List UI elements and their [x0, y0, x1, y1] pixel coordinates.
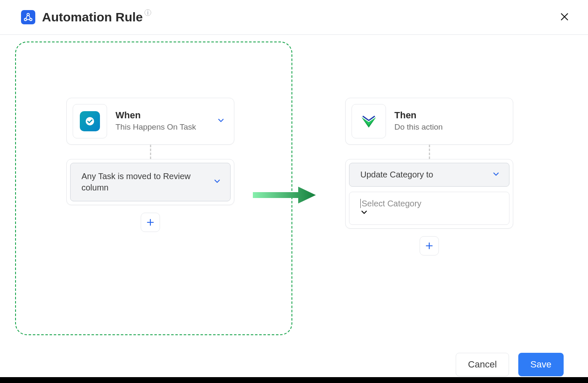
action-icon — [359, 112, 378, 131]
action-select[interactable]: Update Category to — [349, 163, 509, 187]
close-button[interactable] — [558, 9, 571, 25]
checkmark-circle-icon — [85, 116, 95, 126]
when-column: When This Happens On Task Any Task is mo… — [66, 98, 234, 232]
chevron-down-icon — [217, 117, 225, 124]
plus-icon — [425, 242, 433, 250]
then-column: Then Do this action Update Category to S… — [345, 98, 513, 255]
then-card[interactable]: Then Do this action — [345, 98, 513, 145]
category-select-chevron — [360, 208, 488, 218]
trigger-select-text: Any Task is moved to Review column — [81, 171, 199, 193]
header: Automation Rule i — [0, 0, 588, 35]
action-select-text: Update Category to — [360, 169, 433, 180]
arrow-right-icon — [253, 185, 316, 205]
when-card[interactable]: When This Happens On Task — [66, 98, 234, 145]
when-title: When — [116, 110, 207, 121]
bottom-strip — [0, 377, 588, 383]
when-icon-box — [73, 104, 107, 138]
chevron-down-icon — [492, 170, 500, 178]
info-icon[interactable]: i — [144, 9, 151, 16]
when-condition-card: Any Task is moved to Review column — [66, 159, 234, 205]
chevron-down-icon — [360, 208, 368, 216]
add-trigger-button[interactable] — [141, 213, 160, 232]
when-expand[interactable] — [215, 115, 226, 128]
category-placeholder: Select Category — [360, 199, 421, 208]
action-select-chevron — [492, 170, 500, 180]
canvas: When This Happens On Task Any Task is mo… — [0, 35, 588, 328]
app-icon — [21, 10, 35, 24]
connector — [150, 145, 151, 159]
then-action-card: Update Category to Select Category — [345, 159, 513, 229]
trigger-select-chevron — [213, 177, 221, 187]
chevron-down-icon — [213, 177, 221, 185]
page-title: Automation Rule i — [42, 10, 151, 24]
when-subtitle: This Happens On Task — [116, 122, 204, 133]
category-select[interactable]: Select Category — [349, 192, 509, 225]
cancel-button[interactable]: Cancel — [456, 353, 509, 376]
trigger-select[interactable]: Any Task is moved to Review column — [70, 163, 231, 201]
then-subtitle: Do this action — [394, 122, 505, 133]
svg-point-1 — [24, 18, 27, 21]
then-icon-box — [352, 104, 386, 138]
close-icon — [560, 13, 569, 21]
when-badge — [80, 111, 100, 131]
plus-icon — [146, 218, 155, 227]
save-button[interactable]: Save — [518, 353, 564, 376]
add-action-button[interactable] — [420, 236, 439, 255]
header-left: Automation Rule i — [21, 10, 151, 24]
connector — [429, 145, 430, 159]
svg-point-2 — [30, 18, 32, 21]
automation-icon — [24, 13, 33, 22]
then-title: Then — [394, 110, 505, 121]
page-title-text: Automation Rule — [42, 10, 143, 24]
flow-arrow — [253, 185, 316, 207]
footer: Cancel Save — [456, 353, 564, 376]
svg-point-3 — [86, 117, 94, 125]
